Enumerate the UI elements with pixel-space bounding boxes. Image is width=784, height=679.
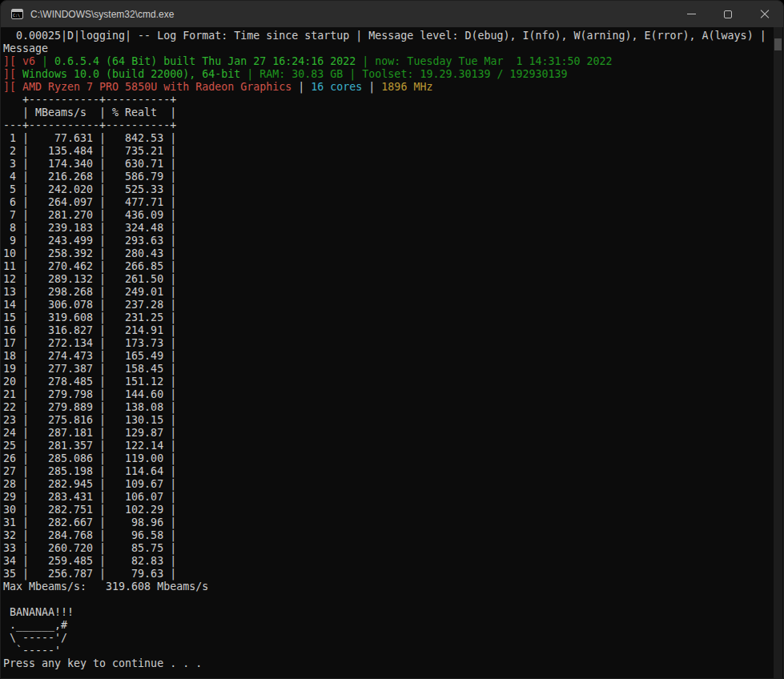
console-area: 0.00025|D|logging| -- Log Format: Time s… <box>1 27 783 678</box>
blank-line <box>3 593 783 606</box>
table-row: 13 | 298.268 | 249.01 | <box>3 286 783 299</box>
table-row: 6 | 264.097 | 477.71 | <box>3 196 783 209</box>
system-info-line: ][ Windows 10.0 (build 22000), 64-bit | … <box>3 68 783 81</box>
table-row: 19 | 277.387 | 158.45 | <box>3 363 783 376</box>
table-row: 9 | 243.499 | 293.63 | <box>3 235 783 247</box>
table-row: 1 | 77.631 | 842.53 | <box>3 132 783 145</box>
table-row: 26 | 285.086 | 119.00 | <box>3 452 783 465</box>
table-row: 21 | 279.798 | 144.60 | <box>3 388 783 401</box>
log-line: 0.00025|D|logging| -- Log Format: Time s… <box>3 30 783 42</box>
prompt-line: Press any key to continue . . . <box>3 657 783 670</box>
cmd-app-icon <box>11 9 23 19</box>
table-row: 34 | 259.485 | 82.83 | <box>3 555 783 568</box>
table-row: 12 | 289.132 | 261.50 | <box>3 273 783 286</box>
system-info-line: ][ AMD Ryzen 7 PRO 5850U with Radeon Gra… <box>3 81 783 94</box>
table-row: 11 | 270.462 | 266.85 | <box>3 260 783 273</box>
table-row: 35 | 256.787 | 79.63 | <box>3 568 783 581</box>
table-row: 8 | 239.183 | 324.48 | <box>3 222 783 235</box>
table-row: 14 | 306.078 | 237.28 | <box>3 299 783 311</box>
table-row: 18 | 274.473 | 165.49 | <box>3 350 783 363</box>
table-row: 24 | 287.181 | 129.87 | <box>3 427 783 440</box>
cmd-window: C:\WINDOWS\system32\cmd.exe 0.00025|D|lo… <box>0 0 784 679</box>
title-bar: C:\WINDOWS\system32\cmd.exe <box>1 1 783 27</box>
summary-line: Max Mbeams/s: 319.608 Mbeams/s <box>3 581 783 593</box>
table-row: 17 | 272.134 | 173.73 | <box>3 337 783 350</box>
table-row: 10 | 258.392 | 280.43 | <box>3 247 783 260</box>
table-border: +-----------+----------+ <box>3 94 783 106</box>
table-row: 7 | 281.270 | 436.09 | <box>3 209 783 222</box>
table-row: 31 | 282.667 | 98.96 | <box>3 516 783 529</box>
table-header: | MBeams/s | % Realt | <box>3 106 783 119</box>
banana-art-line: \ -----'/ <box>3 632 783 645</box>
window-controls <box>673 1 783 27</box>
table-row: 33 | 260.720 | 85.75 | <box>3 542 783 555</box>
banana-art-line: .______,# <box>3 619 783 632</box>
minimize-icon <box>687 14 696 14</box>
table-row: 15 | 319.608 | 231.25 | <box>3 311 783 324</box>
table-row: 32 | 284.768 | 96.58 | <box>3 529 783 542</box>
title-bar-left: C:\WINDOWS\system32\cmd.exe <box>1 9 174 20</box>
console-output: 0.00025|D|logging| -- Log Format: Time s… <box>1 27 783 670</box>
scrollbar[interactable] <box>774 27 782 678</box>
minimize-button[interactable] <box>673 1 710 27</box>
log-line-wrap: Message <box>3 42 783 55</box>
table-row: 30 | 282.751 | 102.29 | <box>3 504 783 516</box>
table-border: ---+-----------+----------+ <box>3 119 783 132</box>
table-row: 2 | 135.484 | 735.21 | <box>3 145 783 158</box>
table-row: 4 | 216.268 | 586.79 | <box>3 171 783 183</box>
table-row: 25 | 281.357 | 122.14 | <box>3 440 783 452</box>
table-row: 23 | 275.816 | 130.15 | <box>3 414 783 427</box>
banana-title: BANANAA!!! <box>3 606 783 619</box>
scrollbar-thumb[interactable] <box>774 38 782 50</box>
table-row: 20 | 278.485 | 151.12 | <box>3 376 783 388</box>
table-row: 27 | 285.198 | 114.64 | <box>3 465 783 478</box>
banana-art-line: `-----' <box>3 645 783 657</box>
table-row: 29 | 283.431 | 106.07 | <box>3 491 783 504</box>
table-row: 28 | 282.945 | 109.67 | <box>3 478 783 491</box>
maximize-icon <box>724 10 732 18</box>
table-row: 22 | 279.889 | 138.08 | <box>3 401 783 414</box>
table-row: 3 | 174.340 | 630.71 | <box>3 158 783 171</box>
table-row: 5 | 242.020 | 525.33 | <box>3 183 783 196</box>
window-title: C:\WINDOWS\system32\cmd.exe <box>30 9 174 20</box>
close-button[interactable] <box>746 1 783 27</box>
table-row: 16 | 316.827 | 214.91 | <box>3 324 783 337</box>
system-info-line: ][ v6 | 0.6.5.4 (64 Bit) built Thu Jan 2… <box>3 55 783 68</box>
maximize-button[interactable] <box>710 1 746 27</box>
